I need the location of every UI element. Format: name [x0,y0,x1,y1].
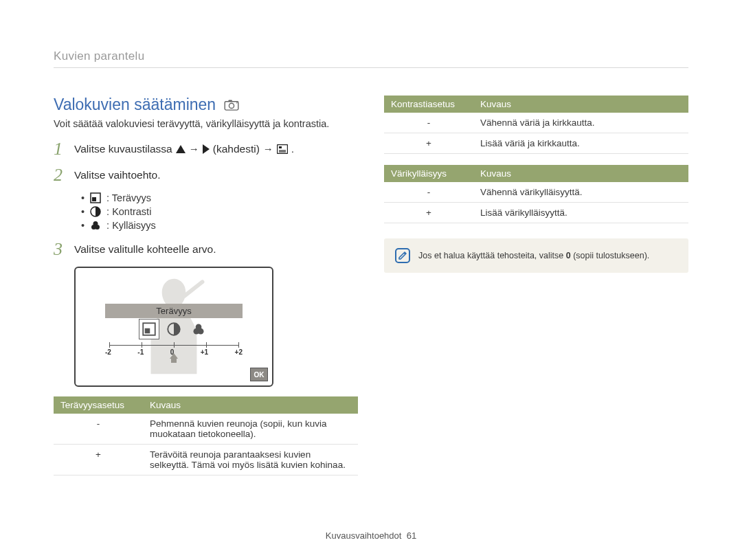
cell-val: Vähennä väriä ja kirkkautta. [473,113,688,133]
bullet-contrast: • : Kontrasti [81,206,358,217]
contrast-icon [90,206,101,217]
cell-val: Vähennä värikylläisyyttä. [473,182,688,203]
arrow-icon: → [263,142,273,157]
note-pre: Jos et halua käyttää tehosteita, valitse [418,251,566,260]
footer-label: Kuvausvaihtoehdot [326,530,402,541]
sharpness-h1: Terävyysasetus [54,396,143,414]
sat-h2: Kuvaus [473,165,688,182]
bullet-sharpness: • : Terävyys [81,192,358,203]
svg-point-15 [93,221,98,226]
table-row: + Lisää värikylläisyyttä. [384,203,688,223]
page-title: Valokuvien säätäminen [54,96,216,114]
step-1-paren: (kahdesti) [213,141,260,157]
svg-rect-18 [145,328,150,334]
cell-key: - [384,182,473,203]
step-number: 1 [54,140,66,158]
svg-point-1 [229,103,234,108]
table-row: + Lisää väriä ja kirkkautta. [384,133,688,154]
table-header-row: Kontrastiasetus Kuvaus [384,96,688,113]
preview-icon-row [139,319,209,339]
breadcrumb: Kuvien parantelu [54,49,688,68]
step-1: 1 Valitse kuvaustilassa → (kahdesti) → . [54,140,358,158]
step-3: 3 Valitse valitulle kohteelle arvo. [54,240,358,258]
table-header-row: Värikylläisyys Kuvaus [384,165,688,182]
table-header-row: Terävyysasetus Kuvaus [54,396,358,414]
table-row: - Pehmennä kuvien reunoja (sopii, kun ku… [54,414,358,445]
up-triangle-icon [176,145,186,153]
page: Kuvien parantelu Valokuvien säätäminen P… [0,0,742,560]
step-number: 3 [54,240,66,258]
right-column: Kontrastiasetus Kuvaus - Vähennä väriä j… [384,96,688,486]
bullet-saturation-label: : Kylläisyys [106,220,156,231]
svg-marker-5 [203,144,210,154]
step-1-text: Valitse kuvaustilassa → (kahdesti) → . [74,140,294,158]
step-2-text: Valitse vaihtoehto. [74,166,161,184]
content-columns: Valokuvien säätäminen P Voit säätää valo… [54,96,688,486]
svg-rect-2 [229,100,232,102]
scale-m1: -1 [137,348,144,356]
cell-key: - [384,113,473,133]
intro-text: Voit säätää valokuviesi terävyyttä, väri… [54,118,358,129]
step-3-text: Valitse valitulle kohteelle arvo. [74,240,216,258]
footer-page: 61 [407,530,416,541]
cell-key: + [54,445,143,475]
table-row: + Terävöitä reunoja parantaaksesi kuvien… [54,445,358,475]
cell-val: Terävöitä reunoja parantaaksesi kuvien s… [143,445,358,475]
cell-key: - [54,414,143,445]
scale-m2: -2 [105,348,111,356]
svg-rect-7 [279,146,282,148]
note-icon [395,248,410,263]
cell-key: + [384,203,473,223]
note-bold: 0 [566,251,571,260]
svg-line-16 [184,282,203,296]
camera-mode-icon: P [224,100,239,111]
svg-rect-11 [92,197,96,201]
sharpness-h2: Kuvaus [143,396,358,414]
adjust-panel-icon [277,144,288,154]
table-row: - Vähennä värikylläisyyttä. [384,182,688,203]
svg-marker-4 [176,145,186,153]
table-row: - Vähennä väriä ja kirkkautta. [384,113,688,133]
footer: Kuvausvaihtoehdot 61 [0,530,742,541]
bullet-contrast-label: : Kontrasti [106,206,151,217]
cell-val: Lisää väriä ja kirkkautta. [473,133,688,154]
step-number: 2 [54,166,66,184]
svg-marker-23 [170,353,178,363]
option-bullets: • : Terävyys • : Kontrasti • : Kylläisyy… [81,192,358,231]
bullet-dot: • [81,206,85,217]
ok-button: OK [250,368,268,381]
cell-val: Lisää värikylläisyyttä. [473,203,688,223]
preview-label: Terävyys [105,304,243,318]
step-1-lead: Valitse kuvaustilassa [74,141,172,157]
scale-p2: +2 [235,348,243,356]
svg-text:P: P [236,100,239,104]
bullet-saturation: • : Kylläisyys [81,220,358,231]
step-2: 2 Valitse vaihtoehto. [54,166,358,184]
title-row: Valokuvien säätäminen P [54,96,358,114]
preview-sharpness-icon [139,319,159,339]
bullet-dot: • [81,220,85,231]
note-text: Jos et halua käyttää tehosteita, valitse… [418,251,649,260]
preview-screen: Terävyys -2 -1 0 +1 +2 [74,267,273,387]
saturation-table: Värikylläisyys Kuvaus - Vähennä värikyll… [384,165,688,223]
note-post: (sopii tulostukseen). [571,251,650,260]
bullet-sharpness-label: : Terävyys [106,192,151,203]
scale-line [109,345,238,346]
sharpness-icon [90,192,101,203]
sharpness-table: Terävyysasetus Kuvaus - Pehmennä kuvien … [54,396,358,475]
right-chevron-icon [203,144,210,154]
cell-key: + [384,133,473,154]
svg-point-22 [196,324,202,331]
sat-h1: Värikylläisyys [384,165,473,182]
preview-contrast-icon [164,319,184,339]
contrast-h1: Kontrastiasetus [384,96,473,113]
arrow-icon: → [189,142,199,157]
step-1-end: . [291,141,294,157]
note-box: Jos et halua käyttää tehosteita, valitse… [384,238,688,273]
contrast-h2: Kuvaus [473,96,688,113]
cell-val: Pehmennä kuvien reunoja (sopii, kun kuvi… [143,414,358,445]
left-column: Valokuvien säätäminen P Voit säätää valo… [54,96,358,486]
contrast-table: Kontrastiasetus Kuvaus - Vähennä väriä j… [384,96,688,154]
scale-p1: +1 [201,348,208,356]
preview-saturation-icon [188,319,209,339]
